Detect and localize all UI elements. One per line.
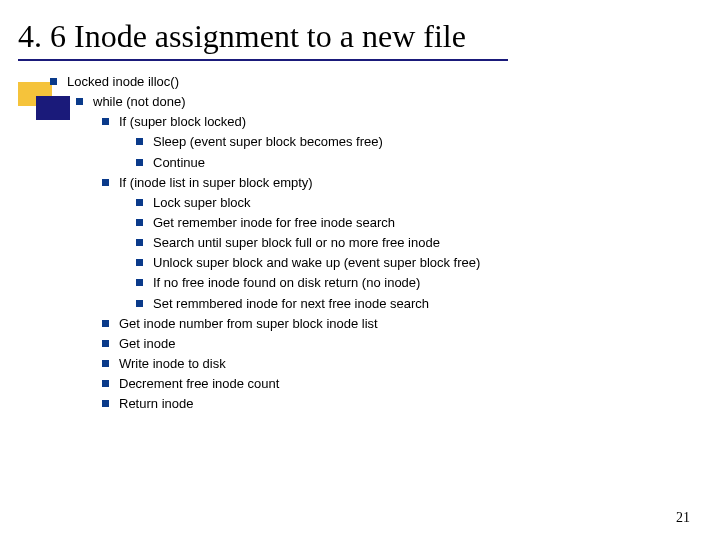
bullet-icon (136, 159, 143, 166)
list-item: Search until super block full or no more… (50, 233, 480, 253)
list-item: If no free inode found on disk return (n… (50, 273, 480, 293)
list-item: Get inode (50, 334, 480, 354)
bullet-icon (136, 239, 143, 246)
list-item: Write inode to disk (50, 354, 480, 374)
list-text: Search until super block full or no more… (153, 235, 440, 250)
list-item: Continue (50, 153, 480, 173)
bullet-icon (76, 98, 83, 105)
list-text: Get remember inode for free inode search (153, 215, 395, 230)
list-item: while (not done) (50, 92, 480, 112)
bullet-icon (102, 360, 109, 367)
page-number: 21 (676, 510, 690, 526)
list-item: Unlock super block and wake up (event su… (50, 253, 480, 273)
list-item: If (super block locked) (50, 112, 480, 132)
list-text: Sleep (event super block becomes free) (153, 134, 383, 149)
bullet-icon (102, 380, 109, 387)
list-item: Locked inode illoc() (50, 72, 480, 92)
list-text: If (super block locked) (119, 114, 246, 129)
bullet-icon (136, 300, 143, 307)
bullet-icon (136, 199, 143, 206)
list-text: while (not done) (93, 94, 186, 109)
bullet-icon (136, 279, 143, 286)
bullet-icon (102, 118, 109, 125)
slide-body: Locked inode illoc() while (not done) If… (50, 72, 480, 414)
bullet-icon (136, 219, 143, 226)
bullet-icon (136, 259, 143, 266)
bullet-icon (50, 78, 57, 85)
slide-title: 4. 6 Inode assignment to a new file (0, 0, 720, 59)
title-underline (18, 59, 508, 61)
bullet-icon (102, 400, 109, 407)
list-item: Decrement free inode count (50, 374, 480, 394)
list-text: Write inode to disk (119, 356, 226, 371)
list-text: Continue (153, 155, 205, 170)
list-item: Get remember inode for free inode search (50, 213, 480, 233)
list-item: Sleep (event super block becomes free) (50, 132, 480, 152)
list-text: Get inode (119, 336, 175, 351)
list-text: Unlock super block and wake up (event su… (153, 255, 480, 270)
list-text: Lock super block (153, 195, 251, 210)
bullet-icon (102, 320, 109, 327)
list-item: Return inode (50, 394, 480, 414)
bullet-icon (136, 138, 143, 145)
list-item: Lock super block (50, 193, 480, 213)
list-text: If no free inode found on disk return (n… (153, 275, 420, 290)
list-text: If (inode list in super block empty) (119, 175, 313, 190)
list-item: Set remmbered inode for next free inode … (50, 294, 480, 314)
bullet-icon (102, 179, 109, 186)
list-item: If (inode list in super block empty) (50, 173, 480, 193)
list-text: Get inode number from super block inode … (119, 316, 378, 331)
list-text: Set remmbered inode for next free inode … (153, 296, 429, 311)
list-text: Return inode (119, 396, 193, 411)
list-text: Locked inode illoc() (67, 74, 179, 89)
list-item: Get inode number from super block inode … (50, 314, 480, 334)
list-text: Decrement free inode count (119, 376, 279, 391)
bullet-icon (102, 340, 109, 347)
